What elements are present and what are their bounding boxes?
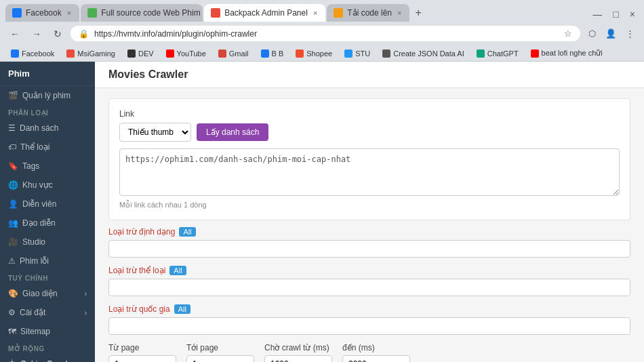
lock-icon: 🔒 — [79, 29, 89, 39]
person2-icon: 👥 — [8, 218, 18, 228]
tab-webphim[interactable]: Full source code Web Phim + Cr... × — [81, 4, 203, 22]
content-wrapper: ShareCode.vn Link Thiếu thumb Lấy danh s… — [95, 88, 644, 362]
bm-label-dev: DEV — [138, 49, 154, 58]
extension-icon[interactable]: ⬡ — [586, 26, 599, 41]
fetch-list-button[interactable]: Lấy danh sách — [197, 123, 268, 141]
bookmark-stu[interactable]: STU — [340, 48, 374, 59]
bookmark-msigaming[interactable]: MsiGaming — [62, 48, 119, 59]
minimize-button[interactable]: — — [589, 7, 605, 22]
main-layout: Phim 🎬 Quản lý phim Phân loại ☰ Danh sác… — [0, 62, 644, 362]
sidebar-item-studio[interactable]: 🎥 Studio — [0, 233, 95, 252]
sidebar-label-khuvuc: Khu vực — [22, 180, 53, 190]
bm-label-gmail: Gmail — [229, 49, 249, 58]
sidebar-item-ophimcrawler[interactable]: 🕷 Ophim Crawler ∨ — [0, 355, 95, 362]
sidebar-label-daodien: Đạo diễn — [22, 218, 56, 228]
chevron-right2-icon: › — [85, 309, 87, 317]
restore-button[interactable]: □ — [609, 7, 622, 22]
sidebar-item-tags[interactable]: 🔖 Tags — [0, 157, 95, 176]
link-type-select[interactable]: Thiếu thumb — [119, 123, 191, 142]
bookmark-createjson[interactable]: Create JSON Data AI — [378, 48, 468, 59]
wait-from-input[interactable] — [264, 355, 332, 362]
tab-backpack[interactable]: Backpack Admin Panel × — [204, 4, 325, 22]
tab-favicon-facebook — [12, 8, 22, 18]
tab-bar: Facebook × Full source code Web Phim + C… — [0, 0, 644, 22]
sidebar-label-theloai: Thể loại — [20, 142, 49, 152]
profile-icon[interactable]: 👤 — [603, 26, 619, 41]
from-page-input[interactable] — [108, 355, 176, 362]
film-icon: 🎬 — [8, 91, 18, 100]
tab-facebook[interactable]: Facebook × — [5, 4, 79, 22]
tab-taicode[interactable]: Tải code lên × — [327, 4, 409, 22]
content-body: Link Thiếu thumb Lấy danh sách https://o… — [95, 88, 644, 362]
sidebar-item-theloai[interactable]: 🏷 Thể loại — [0, 138, 95, 157]
person-icon: 👤 — [8, 199, 18, 209]
bm-label-stu: STU — [355, 49, 370, 58]
theloai-input[interactable] — [108, 279, 630, 296]
link-label: Link — [119, 109, 620, 119]
tab-close-taicode[interactable]: × — [396, 9, 403, 17]
settings-icon: ⚙ — [8, 308, 16, 317]
new-tab-button[interactable]: + — [411, 4, 425, 22]
sidebar-label-sitemap: Sitemap — [20, 327, 50, 336]
bookmark-facebook[interactable]: Facebook — [7, 48, 58, 59]
sidebar-item-sitemap[interactable]: 🗺 Sitemap — [0, 322, 95, 341]
loai-tru-dinhdang-label: Loại trừ định dạng All — [108, 227, 630, 237]
back-button[interactable]: ← — [7, 26, 23, 41]
wait-to-input[interactable] — [342, 355, 410, 362]
url-textarea[interactable]: https://ophim1.com/danh-sach/phim-moi-ca… — [119, 148, 620, 196]
wait-to-label: đến (ms) — [342, 343, 410, 353]
bm-label-createjson: Create JSON Data AI — [393, 49, 464, 58]
browser-icons: ⬡ 👤 ⋮ — [586, 26, 637, 41]
sidebar-label-studio: Studio — [22, 237, 45, 247]
sidebar-item-giaodien[interactable]: 🎨 Giao diện › — [0, 284, 95, 303]
forward-button[interactable]: → — [28, 26, 45, 41]
tab-favicon-backpack — [211, 8, 220, 18]
bookmark-dev[interactable]: DEV — [123, 48, 158, 59]
dinhdang-input[interactable] — [108, 240, 630, 258]
loai-tru-dinhdang-text: Loại trừ định dạng — [108, 227, 175, 237]
bookmark-bb[interactable]: B B — [257, 48, 288, 59]
bm-favicon-facebook — [11, 49, 19, 58]
sidebar-item-danhsach[interactable]: ☰ Danh sách — [0, 119, 95, 138]
badge-all-quocgia[interactable]: All — [174, 304, 190, 314]
bookmark-youtube[interactable]: YouTube — [162, 48, 210, 59]
tag-icon: 🏷 — [8, 142, 16, 152]
page-title: Movies Crawler — [108, 68, 188, 81]
bookmark-gmail[interactable]: Gmail — [214, 48, 253, 59]
address-input[interactable] — [94, 29, 559, 39]
loai-tru-theloai-text: Loại trừ thể loại — [108, 266, 165, 275]
bookmark-chatgpt[interactable]: ChatGPT — [472, 48, 523, 59]
sidebar-header-phanloai: Phân loại — [0, 105, 95, 119]
chevron-right-icon: › — [85, 290, 87, 298]
bookmark-beatlofi[interactable]: beat lofi nghe chữi — [527, 47, 607, 59]
sidebar-label-tags: Tags — [22, 161, 39, 171]
bm-favicon-dev — [127, 49, 136, 58]
badge-all-theloai[interactable]: All — [169, 266, 186, 275]
menu-icon[interactable]: ⋮ — [623, 26, 637, 41]
sidebar-item-caidat[interactable]: ⚙ Cài đặt › — [0, 303, 95, 322]
sidebar-item-dienvien[interactable]: 👤 Diễn viên — [0, 195, 95, 214]
sidebar-item-khuvuc[interactable]: 🌐 Khu vực — [0, 176, 95, 195]
bookmark-shopee[interactable]: Shopee — [291, 48, 336, 59]
sidebar-item-quanly[interactable]: 🎬 Quản lý phim — [0, 86, 95, 105]
hint-text: Mỗi link cách nhau 1 dòng — [119, 201, 620, 209]
address-bar[interactable]: 🔒 ☆ — [71, 26, 580, 41]
tab-close-facebook[interactable]: × — [66, 9, 73, 17]
to-page-input[interactable] — [186, 355, 254, 362]
bm-label-beatlofi: beat lofi nghe chữi — [542, 49, 603, 58]
tab-close-backpack[interactable]: × — [312, 9, 319, 17]
to-page-label: Tới page — [186, 343, 254, 353]
quocgia-input[interactable] — [108, 317, 630, 335]
address-bar-row: ← → ↻ 🔒 ☆ ⬡ 👤 ⋮ — [0, 22, 644, 45]
wait-to-item: đến (ms) — [342, 343, 410, 362]
sidebar-logo-text: Phim — [8, 68, 30, 79]
sidebar-item-daodien[interactable]: 👥 Đạo diễn — [0, 214, 95, 233]
badge-all-dinhdang[interactable]: All — [179, 227, 195, 237]
sidebar-label-ophimcrawler: Ophim Crawler — [20, 359, 75, 362]
bookmark-star-icon[interactable]: ☆ — [564, 28, 572, 39]
reload-button[interactable]: ↻ — [50, 26, 65, 41]
sidebar-item-plimloi[interactable]: ⚠ Phim lỗi — [0, 252, 95, 270]
close-browser-button[interactable]: × — [626, 7, 639, 22]
tab-label-webphim: Full source code Web Phim + Cr... — [101, 8, 203, 18]
studio-icon: 🎥 — [8, 237, 18, 247]
